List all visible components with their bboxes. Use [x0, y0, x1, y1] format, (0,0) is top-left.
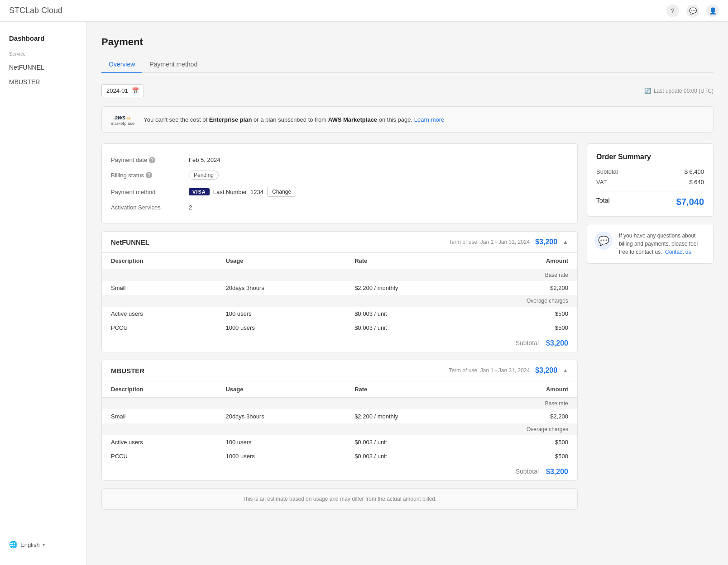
contact-card: 💬 If you have any questions about billin… [587, 224, 714, 264]
netfunnel-name: NetFUNNEL [111, 238, 149, 246]
netfunnel-base-rate-section: Base rate [102, 269, 577, 281]
table-row: Small 20days 3hours $2,200 / monthly $2,… [102, 409, 577, 423]
table-row: Small 20days 3hours $2,200 / monthly $2,… [102, 281, 577, 295]
billing-main: Payment date ? Feb 5, 2024 Billing statu… [101, 143, 578, 510]
billing-status-badge: Pending [189, 171, 219, 180]
navbar: STCLab Cloud ? 💬 👤 [0, 0, 728, 22]
last-number-value: 1234 [250, 189, 263, 195]
vat-amount: $ 640 [689, 179, 704, 185]
order-total-amount: $7,040 [676, 197, 704, 207]
calendar-icon: 📅 [132, 87, 139, 94]
page-title: Payment [101, 36, 714, 48]
mbuster-base-rate-section: Base rate [102, 398, 577, 410]
content-with-sidebar: Payment date ? Feb 5, 2024 Billing statu… [101, 143, 714, 510]
aws-marketplace-banner: aws ⏛ marketplace You can't see the cost… [101, 106, 714, 133]
table-row: Active users 100 users $0.003 / unit $50… [102, 435, 577, 449]
visa-badge: VISA [189, 188, 210, 195]
netfunnel-collapse-icon[interactable]: ▲ [563, 239, 568, 245]
table-row: PCCU 1000 users $0.003 / unit $500 [102, 321, 577, 335]
payment-date-value: Feb 5, 2024 [189, 157, 220, 163]
navbar-icons: ? 💬 👤 [666, 5, 719, 17]
aws-banner-text: You can't see the cost of Enterprise pla… [144, 116, 444, 123]
tab-overview[interactable]: Overview [101, 57, 142, 73]
toolbar-row: 2024-01 📅 🔄 Last update 00:00 (UTC) [101, 84, 714, 97]
table-row: PCCU 1000 users $0.003 / unit $500 [102, 449, 577, 463]
sidebar-item-mbuster[interactable]: MBUSTER [0, 75, 86, 89]
activation-value: 2 [189, 204, 192, 211]
tabs: Overview Payment method [101, 57, 714, 73]
sidebar-language[interactable]: 🌐 English ▾ [0, 533, 86, 556]
subtotal-amount: $ 6,400 [685, 168, 704, 175]
sidebar: Dashboard Service NetFUNNEL MBUSTER 🌐 En… [0, 22, 87, 565]
netfunnel-total: $3,200 [535, 238, 557, 246]
estimate-footer: This is an estimate based on usage and m… [101, 488, 578, 510]
brand-logo: STCLab Cloud [9, 6, 62, 15]
mbuster-table: Description Usage Rate Amount Base rate [102, 381, 577, 463]
billing-status-help-icon: ? [146, 172, 152, 178]
subtotal-row: Subtotal $ 6,400 [596, 168, 704, 175]
date-picker[interactable]: 2024-01 📅 [101, 84, 144, 97]
last-update-label: 🔄 Last update 00:00 (UTC) [644, 88, 714, 94]
refresh-icon: 🔄 [644, 88, 651, 94]
change-card-button[interactable]: Change [267, 187, 296, 197]
date-value: 2024-01 [106, 87, 128, 94]
mbuster-subtotal: Subtotal $3,200 [102, 463, 577, 480]
chat-icon[interactable]: 💬 [686, 5, 699, 17]
vat-row: VAT $ 640 [596, 179, 704, 185]
netfunnel-card: NetFUNNEL Term of use Jan 1 - Jan 31, 20… [101, 231, 578, 352]
aws-marketplace-logo: aws ⏛ marketplace [111, 113, 134, 126]
language-label: English [20, 541, 40, 548]
side-panel: Order Summary Subtotal $ 6,400 VAT $ 640… [587, 143, 714, 510]
table-row: Active users 100 users $0.003 / unit $50… [102, 307, 577, 321]
payment-method-row: Payment method VISA Last Number 1234 Cha… [111, 183, 568, 200]
learn-more-link[interactable]: Learn more [414, 116, 444, 123]
contact-text: If you have any questions about billing … [619, 232, 706, 256]
last-number-label: Last Number [213, 189, 247, 195]
mbuster-header: MBUSTER Term of use Jan 1 - Jan 31, 2024… [102, 360, 577, 381]
netfunnel-header: NetFUNNEL Term of use Jan 1 - Jan 31, 20… [102, 232, 577, 253]
globe-icon: 🌐 [9, 541, 18, 549]
netfunnel-table: Description Usage Rate Amount Base rate [102, 253, 577, 335]
mbuster-card: MBUSTER Term of use Jan 1 - Jan 31, 2024… [101, 360, 578, 481]
billing-status-row: Billing status ? Pending [111, 167, 568, 183]
payment-date-row: Payment date ? Feb 5, 2024 [111, 153, 568, 167]
order-divider [596, 191, 704, 191]
payment-info-card: Payment date ? Feb 5, 2024 Billing statu… [101, 143, 578, 224]
netfunnel-subtotal: Subtotal $3,200 [102, 335, 577, 352]
sidebar-item-netfunnel[interactable]: NetFUNNEL [0, 60, 86, 75]
user-avatar-icon[interactable]: 👤 [706, 5, 719, 17]
mbuster-overage-section: Overage charges [102, 423, 577, 435]
contact-us-link[interactable]: Contact us [665, 249, 691, 255]
order-total-row: Total $7,040 [596, 197, 704, 207]
activation-services-row: Activation Services 2 [111, 200, 568, 214]
brand-name: STCLab [9, 6, 39, 15]
mbuster-name: MBUSTER [111, 367, 144, 375]
mbuster-total: $3,200 [535, 366, 557, 375]
date-help-icon: ? [149, 157, 155, 163]
sidebar-dashboard: Dashboard [0, 31, 86, 49]
layout: Dashboard Service NetFUNNEL MBUSTER 🌐 En… [0, 22, 728, 565]
help-icon[interactable]: ? [666, 5, 679, 17]
order-summary-title: Order Summary [596, 153, 704, 161]
sidebar-service-section: Service [0, 49, 86, 60]
main-content-area: Payment Overview Payment method 2024-01 … [87, 22, 728, 565]
tab-payment-method[interactable]: Payment method [142, 57, 205, 73]
chevron-down-icon: ▾ [43, 542, 45, 547]
chat-bubble-icon: 💬 [594, 232, 613, 250]
netfunnel-overage-section: Overage charges [102, 295, 577, 307]
order-summary-card: Order Summary Subtotal $ 6,400 VAT $ 640… [587, 143, 714, 217]
mbuster-collapse-icon[interactable]: ▲ [563, 367, 568, 374]
